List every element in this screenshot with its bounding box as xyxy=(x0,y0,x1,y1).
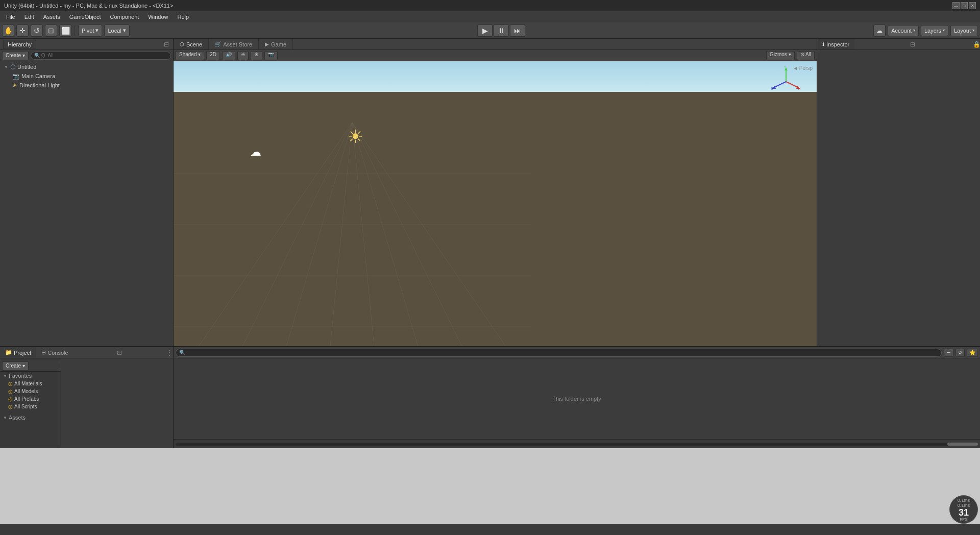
hierarchy-pin-button[interactable]: ⊟ xyxy=(163,41,170,48)
menu-component[interactable]: Component xyxy=(106,13,143,21)
fx-button[interactable]: ✳ xyxy=(237,51,249,60)
account-button[interactable]: Account ▾ xyxy=(888,25,919,36)
scene-tab-assetstore[interactable]: 🛒 Asset Store xyxy=(209,39,259,50)
close-button[interactable]: ✕ xyxy=(969,2,976,9)
layout-arrow: ▾ xyxy=(972,28,974,33)
console-tab[interactable]: ⊟ Console xyxy=(36,347,73,358)
svg-text:X: X xyxy=(798,87,801,90)
inspector-lock-button[interactable]: 🔒 xyxy=(973,41,980,48)
project-tab-label: Project xyxy=(14,350,31,356)
assets-sub-panel: ☰ ↺ ⭐ This folder is empty xyxy=(174,347,980,448)
scene-icon: ⬡ xyxy=(10,63,15,70)
fav-item-label: All Scripts xyxy=(14,404,37,409)
scene-lighting-button[interactable]: ☀ xyxy=(251,51,262,60)
project-tab-icon: 📁 xyxy=(5,349,12,356)
svg-line-3 xyxy=(327,123,352,346)
inspector-panel: ℹ Inspector ⊟ 🔒 xyxy=(817,39,980,346)
play-button[interactable]: ▶ xyxy=(477,25,493,37)
scene-gizmo: Y X Z xyxy=(771,66,801,97)
rotate-tool-button[interactable]: ↺ xyxy=(31,25,43,37)
move-tool-button[interactable]: ✛ xyxy=(16,25,29,37)
scrollbar-thumb[interactable] xyxy=(947,443,978,446)
favorites-header: ▼ Favorites xyxy=(0,372,61,380)
account-arrow: ▾ xyxy=(913,28,915,33)
window-controls[interactable]: — □ ✕ xyxy=(952,2,976,9)
2d-label: 2D xyxy=(210,52,216,57)
assets-search-input[interactable] xyxy=(176,349,942,357)
all-layers-button[interactable]: ⊙ All xyxy=(797,51,815,60)
scene-tab-scene[interactable]: ⬡ Scene xyxy=(174,39,209,50)
svg-line-0 xyxy=(174,123,352,346)
layout-button[interactable]: Layout ▾ xyxy=(950,25,978,36)
stats-overlay: 0.1ms 0.1ms 31 FPS xyxy=(949,495,978,524)
svg-line-1 xyxy=(225,123,352,346)
favorites-panel: Create ▾ ▼ Favorites ◎ All Materials ◎ A… xyxy=(0,358,61,448)
fav-item-label: All Materials xyxy=(14,381,42,386)
hierarchy-item-maincamera[interactable]: 📷 Main Camera xyxy=(0,71,173,81)
menu-gameobject[interactable]: GameObject xyxy=(65,13,105,21)
camera-button[interactable]: 📷 xyxy=(264,51,278,60)
hierarchy-create-button[interactable]: Create ▾ xyxy=(2,51,29,60)
menu-assets[interactable]: Assets xyxy=(39,13,64,21)
hierarchy-item-untitled[interactable]: ▼ ⬡ Untitled xyxy=(0,62,173,71)
local-button[interactable]: Local ▾ xyxy=(104,25,129,37)
console-tab-icon: ⊟ xyxy=(41,349,46,356)
pivot-arrow: ▾ xyxy=(95,27,99,34)
account-label: Account xyxy=(891,28,912,34)
project-pin-button[interactable]: ⊟ xyxy=(116,349,123,356)
pivot-button[interactable]: Pivot ▾ xyxy=(78,25,102,37)
hierarchy-item-directionallight[interactable]: ☀ Directional Light xyxy=(0,81,173,90)
pause-button[interactable]: ⏸ xyxy=(494,25,509,37)
inspector-content xyxy=(817,50,980,346)
minimize-button[interactable]: — xyxy=(952,2,960,9)
gizmos-button[interactable]: Gizmos ▾ xyxy=(766,51,795,60)
fav-all-models[interactable]: ◎ All Models xyxy=(0,387,61,395)
all-label: ⊙ All xyxy=(800,52,811,57)
assets-refresh-btn[interactable]: ↺ xyxy=(955,349,965,357)
expand-icon: ▼ xyxy=(4,65,8,69)
menu-window[interactable]: Window xyxy=(144,13,172,21)
svg-text:Z: Z xyxy=(771,87,773,90)
search-icon: 🔍 xyxy=(34,53,40,58)
favorites-expand[interactable]: ▼ xyxy=(3,374,7,378)
menu-file[interactable]: File xyxy=(2,13,19,21)
audio-button[interactable]: 🔊 xyxy=(222,51,235,60)
2d-button[interactable]: 2D xyxy=(206,51,220,60)
project-create-button[interactable]: Create ▾ xyxy=(2,361,29,371)
layers-button[interactable]: Layers ▾ xyxy=(921,25,948,36)
maximize-button[interactable]: □ xyxy=(961,2,968,9)
inspector-pin-button[interactable]: ⊟ xyxy=(909,41,916,48)
fav-all-scripts[interactable]: ◎ All Scripts xyxy=(0,403,61,410)
hierarchy-item-label: Directional Light xyxy=(19,82,60,88)
cloud-button[interactable]: ☁ xyxy=(873,25,886,37)
project-extra-button[interactable]: ⋮ xyxy=(166,349,173,356)
scale-tool-button[interactable]: ⊡ xyxy=(45,25,57,37)
menu-edit[interactable]: Edit xyxy=(20,13,38,21)
fav-all-materials[interactable]: ◎ All Materials xyxy=(0,380,61,387)
scene-tab-game[interactable]: ▶ Game xyxy=(259,39,293,50)
scene-cloud: ☁ xyxy=(250,145,261,159)
fav-all-prefabs[interactable]: ◎ All Prefabs xyxy=(0,395,61,403)
layout-label: Layout xyxy=(954,28,971,34)
hierarchy-search-input[interactable] xyxy=(41,53,167,58)
scene-area: ⬡ Scene 🛒 Asset Store ▶ Game Shaded ▾ xyxy=(174,39,817,346)
assets-scrollbar[interactable] xyxy=(174,439,980,448)
menu-bar: File Edit Assets GameObject Component Wi… xyxy=(0,11,980,22)
scene-toolbar-right: Gizmos ▾ ⊙ All xyxy=(766,51,815,60)
menu-help[interactable]: Help xyxy=(173,13,193,21)
project-tab[interactable]: 📁 Project xyxy=(0,347,36,358)
inspector-tab[interactable]: ℹ Inspector xyxy=(817,39,854,50)
scene-view[interactable]: ☀ ☁ ◄ Persp xyxy=(174,61,817,346)
assets-lock-btn[interactable]: ⭐ xyxy=(967,349,978,357)
fav-item-label: All Prefabs xyxy=(14,396,39,402)
hierarchy-tab[interactable]: Hierarchy xyxy=(3,40,36,49)
project-panel: 📁 Project ⊟ Console ⊟ ⋮ Create ▾ xyxy=(0,347,174,448)
assets-filter-btn[interactable]: ☰ xyxy=(944,349,953,357)
assets-expand[interactable]: ▼ xyxy=(3,416,7,420)
hand-tool-button[interactable]: ✋ xyxy=(2,25,14,37)
shading-mode-button[interactable]: Shaded ▾ xyxy=(176,51,204,60)
local-label: Local xyxy=(108,28,121,34)
step-button[interactable]: ⏭ xyxy=(510,25,525,37)
rect-tool-button[interactable]: ⬜ xyxy=(59,25,71,37)
hierarchy-panel: Hierarchy ⊟ Create ▾ 🔍 ▼ ⬡ Untitled xyxy=(0,39,174,346)
